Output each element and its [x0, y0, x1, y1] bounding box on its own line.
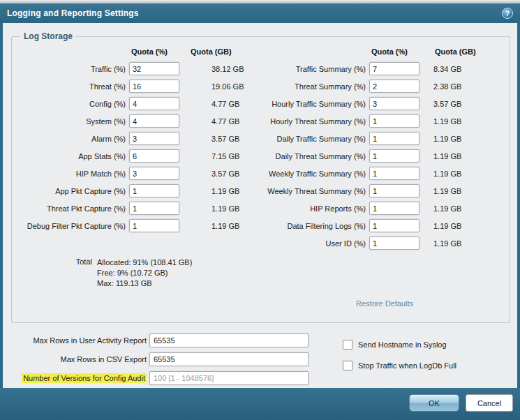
- help-icon[interactable]: ?: [502, 8, 513, 19]
- total-free: Free: 9% (10.72 GB): [97, 268, 192, 278]
- quota-row-label: Alarm (%): [17, 135, 129, 143]
- quota-row-label: Threat Pkt Capture (%): [17, 204, 129, 213]
- quota-input[interactable]: [129, 219, 179, 232]
- total-label: Total: [17, 257, 92, 289]
- quota-row-label: Hourly Traffic Summary (%): [263, 100, 369, 108]
- quota-input[interactable]: [369, 132, 419, 145]
- stop-traffic-label: Stop Traffic when LogDb Full: [358, 361, 456, 370]
- logging-reporting-settings-dialog: Logging and Reporting Settings ? Log Sto…: [0, 0, 520, 420]
- quota-input[interactable]: [369, 167, 419, 180]
- quota-gb-value: 2.38 GB: [424, 82, 504, 91]
- quota-row-label: Data Filtering Logs (%): [263, 222, 369, 230]
- quota-percent-header: Quota (%): [129, 47, 184, 56]
- config-audit-versions-input[interactable]: [149, 371, 309, 385]
- quota-gb-value: 1.19 GB: [184, 222, 263, 230]
- total-summary: Total Allocated: 91% (108.41 GB) Free: 9…: [17, 257, 505, 289]
- quota-gb-value: 4.77 GB: [184, 117, 263, 126]
- dialog-title: Logging and Reporting Settings: [7, 8, 139, 18]
- quota-gb-value: 38.12 GB: [184, 65, 263, 73]
- quota-input[interactable]: [129, 167, 179, 180]
- quota-row-label: Weekly Threat Summary (%): [263, 187, 369, 195]
- quota-input[interactable]: [369, 114, 419, 128]
- quota-row-label: System (%): [17, 117, 129, 126]
- quota-input[interactable]: [129, 184, 179, 197]
- quota-gb-value: 7.15 GB: [184, 152, 263, 160]
- quota-input[interactable]: [129, 132, 179, 145]
- quota-input[interactable]: [369, 62, 419, 75]
- quota-row-label: HIP Match (%): [17, 170, 129, 178]
- quota-input[interactable]: [369, 184, 419, 197]
- quota-input[interactable]: [369, 237, 419, 250]
- total-max: Max: 119.13 GB: [97, 278, 192, 289]
- quota-gb-value: 1.19 GB: [424, 204, 504, 213]
- send-hostname-label: Send Hostname in Syslog: [358, 340, 447, 349]
- quota-input[interactable]: [369, 80, 419, 93]
- stop-traffic-checkbox[interactable]: [343, 361, 352, 370]
- quota-input[interactable]: [369, 149, 419, 163]
- quota-gb-value: 1.19 GB: [424, 117, 504, 126]
- quota-row-label: Traffic Summary (%): [263, 65, 369, 73]
- quota-input[interactable]: [369, 97, 419, 110]
- total-values: Allocated: 91% (108.41 GB) Free: 9% (10.…: [97, 257, 192, 289]
- quota-input[interactable]: [129, 80, 179, 93]
- quota-input[interactable]: [129, 97, 179, 110]
- quota-row-label: Threat Summary (%): [263, 82, 369, 91]
- max-rows-csv-export-input[interactable]: [149, 352, 309, 366]
- bottom-settings: Max Rows in User Activity Report Max Row…: [3, 331, 517, 387]
- stop-traffic-row: Stop Traffic when LogDb Full: [343, 355, 456, 376]
- quota-gb-value: 3.57 GB: [184, 170, 263, 178]
- quota-input[interactable]: [129, 149, 179, 163]
- restore-defaults-link[interactable]: Restore Defaults: [356, 299, 413, 308]
- quota-row-label: HIP Reports (%): [263, 204, 369, 213]
- dialog-titlebar: Logging and Reporting Settings ?: [0, 3, 520, 23]
- max-rows-user-activity-input[interactable]: [149, 333, 309, 347]
- quota-input[interactable]: [369, 202, 419, 215]
- quota-gb-value: 1.19 GB: [424, 170, 504, 178]
- quota-gb-value: 19.06 GB: [184, 82, 263, 91]
- quota-gb-value: 4.77 GB: [184, 100, 263, 108]
- max-rows-user-activity-label: Max Rows in User Activity Report: [14, 336, 149, 345]
- quota-gb-value: 1.19 GB: [424, 135, 504, 143]
- left-quota-grid: Quota (%) Quota (GB) Traffic (%) 38.12 G…: [17, 43, 263, 234]
- quota-percent-header: Quota (%): [369, 47, 424, 56]
- quota-gb-value: 3.57 GB: [424, 100, 504, 108]
- total-allocated: Allocated: 91% (108.41 GB): [97, 257, 192, 268]
- quota-row-label: Daily Traffic Summary (%): [263, 135, 369, 143]
- quota-row-label: Hourly Threat Summary (%): [263, 117, 369, 126]
- dialog-body: Log Storage Quota (%) Quota (GB) Traffic…: [3, 23, 517, 388]
- quota-gb-value: 1.19 GB: [424, 152, 504, 160]
- quota-input[interactable]: [129, 114, 179, 128]
- right-quota-grid: Quota (%) Quota (GB) Traffic Summary (%)…: [263, 43, 504, 252]
- quota-gb-value: 8.34 GB: [424, 65, 504, 73]
- log-storage-section: Log Storage Quota (%) Quota (GB) Traffic…: [11, 31, 510, 323]
- highlighted-label-text: Number of Versions for Config Audit: [22, 373, 147, 383]
- quota-gb-value: 1.19 GB: [184, 204, 263, 213]
- dialog-footer: OK Cancel: [0, 388, 520, 420]
- log-storage-legend: Log Storage: [20, 31, 76, 41]
- quota-columns: Quota (%) Quota (GB) Traffic (%) 38.12 G…: [17, 43, 505, 252]
- quota-gb-value: 1.19 GB: [184, 187, 263, 195]
- quota-row-label: Config (%): [17, 100, 129, 108]
- ok-button[interactable]: OK: [409, 394, 459, 412]
- quota-row-label: Daily Threat Summary (%): [263, 152, 369, 160]
- max-rows-csv-export-label: Max Rows in CSV Export: [14, 355, 149, 363]
- quota-row-label: Weekly Traffic Summary (%): [263, 170, 369, 178]
- quota-gb-header: Quota (GB): [424, 47, 504, 56]
- send-hostname-row: Send Hostname in Syslog: [343, 334, 456, 355]
- quota-gb-value: 1.19 GB: [424, 187, 504, 195]
- quota-row-label: App Pkt Capture (%): [17, 187, 129, 195]
- quota-input[interactable]: [129, 202, 179, 215]
- quota-gb-value: 1.19 GB: [424, 222, 504, 230]
- quota-gb-value: 1.19 GB: [424, 239, 504, 248]
- checkbox-group: Send Hostname in Syslog Stop Traffic whe…: [343, 331, 456, 387]
- bottom-fields-grid: Max Rows in User Activity Report Max Row…: [14, 331, 310, 387]
- quota-gb-value: 3.57 GB: [184, 135, 263, 143]
- quota-input[interactable]: [369, 219, 419, 232]
- quota-row-label: Debug Filter Pkt Capture (%): [17, 222, 129, 230]
- send-hostname-checkbox[interactable]: [343, 340, 352, 350]
- quota-row-label: Traffic (%): [17, 65, 129, 73]
- quota-row-label: App Stats (%): [17, 152, 129, 160]
- cancel-button[interactable]: Cancel: [466, 394, 513, 412]
- quota-input[interactable]: [129, 62, 179, 75]
- quota-gb-header: Quota (GB): [184, 47, 263, 56]
